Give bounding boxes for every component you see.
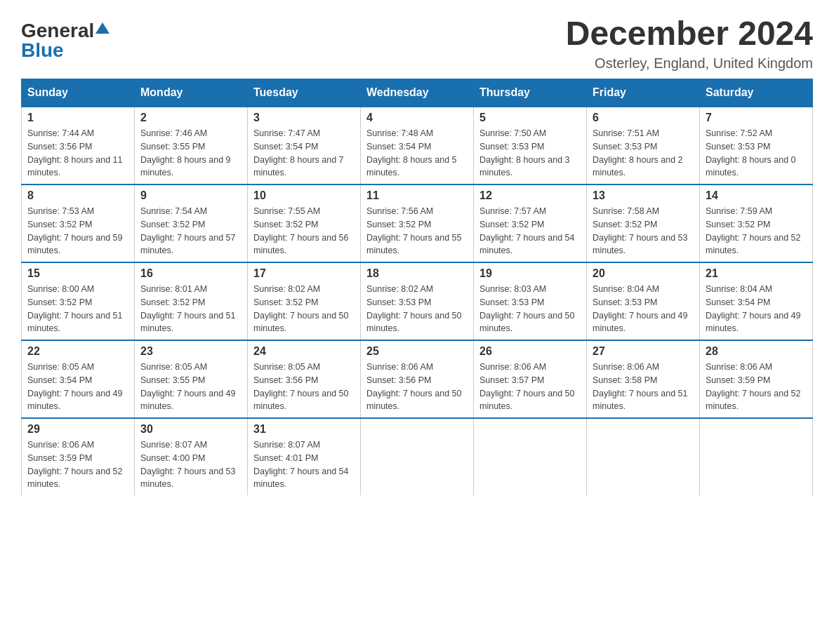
day-number-23: 23 <box>140 345 241 358</box>
calendar-day-4: 4 Sunrise: 7:48 AMSunset: 3:54 PMDayligh… <box>361 107 474 185</box>
day-number-22: 22 <box>27 345 128 358</box>
day-number-20: 20 <box>593 267 694 280</box>
calendar-day-16: 16 Sunrise: 8:01 AMSunset: 3:52 PMDaylig… <box>135 262 248 340</box>
day-number-15: 15 <box>27 267 128 280</box>
calendar-day-26: 26 Sunrise: 8:06 AMSunset: 3:57 PMDaylig… <box>474 340 587 418</box>
calendar-day-28: 28 Sunrise: 8:06 AMSunset: 3:59 PMDaylig… <box>700 340 813 418</box>
day-info-12: Sunrise: 7:57 AMSunset: 3:52 PMDaylight:… <box>479 206 575 255</box>
calendar-day-19: 19 Sunrise: 8:03 AMSunset: 3:53 PMDaylig… <box>474 262 587 340</box>
day-number-27: 27 <box>593 345 694 358</box>
calendar-empty-cell <box>700 418 813 495</box>
calendar-day-17: 17 Sunrise: 8:02 AMSunset: 3:52 PMDaylig… <box>248 262 361 340</box>
day-info-29: Sunrise: 8:06 AMSunset: 3:59 PMDaylight:… <box>27 440 123 489</box>
calendar-day-12: 12 Sunrise: 7:57 AMSunset: 3:52 PMDaylig… <box>474 185 587 262</box>
day-info-13: Sunrise: 7:58 AMSunset: 3:52 PMDaylight:… <box>593 206 688 255</box>
weekday-header-thursday: Thursday <box>474 79 587 107</box>
calendar-day-22: 22 Sunrise: 8:05 AMSunset: 3:54 PMDaylig… <box>22 340 135 418</box>
calendar-day-1: 1 Sunrise: 7:44 AMSunset: 3:56 PMDayligh… <box>22 107 135 185</box>
day-info-26: Sunrise: 8:06 AMSunset: 3:57 PMDaylight:… <box>479 362 575 411</box>
calendar-day-10: 10 Sunrise: 7:55 AMSunset: 3:52 PMDaylig… <box>248 185 361 262</box>
day-info-2: Sunrise: 7:46 AMSunset: 3:55 PMDaylight:… <box>140 128 231 177</box>
calendar-week-row-5: 29 Sunrise: 8:06 AMSunset: 3:59 PMDaylig… <box>22 418 813 495</box>
day-info-23: Sunrise: 8:05 AMSunset: 3:55 PMDaylight:… <box>140 362 236 411</box>
day-number-21: 21 <box>706 267 807 280</box>
day-info-15: Sunrise: 8:00 AMSunset: 3:52 PMDaylight:… <box>27 284 123 333</box>
day-number-25: 25 <box>366 345 468 358</box>
day-number-3: 3 <box>253 112 355 124</box>
calendar-day-31: 31 Sunrise: 8:07 AMSunset: 4:01 PMDaylig… <box>248 418 361 495</box>
day-number-11: 11 <box>366 189 468 202</box>
day-number-16: 16 <box>140 267 241 280</box>
day-number-18: 18 <box>366 267 468 280</box>
day-info-14: Sunrise: 7:59 AMSunset: 3:52 PMDaylight:… <box>706 206 801 255</box>
calendar-day-27: 27 Sunrise: 8:06 AMSunset: 3:58 PMDaylig… <box>587 340 700 418</box>
day-number-5: 5 <box>479 112 581 124</box>
day-info-4: Sunrise: 7:48 AMSunset: 3:54 PMDaylight:… <box>366 128 457 177</box>
calendar-day-3: 3 Sunrise: 7:47 AMSunset: 3:54 PMDayligh… <box>248 107 361 185</box>
day-info-19: Sunrise: 8:03 AMSunset: 3:53 PMDaylight:… <box>479 284 575 333</box>
calendar-day-29: 29 Sunrise: 8:06 AMSunset: 3:59 PMDaylig… <box>22 418 135 495</box>
logo-blue-text: Blue <box>21 41 64 60</box>
day-info-16: Sunrise: 8:01 AMSunset: 3:52 PMDaylight:… <box>140 284 236 333</box>
day-number-8: 8 <box>27 189 128 202</box>
calendar-day-7: 7 Sunrise: 7:52 AMSunset: 3:53 PMDayligh… <box>700 107 813 185</box>
weekday-header-saturday: Saturday <box>700 79 813 107</box>
location-subtitle: Osterley, England, United Kingdom <box>566 55 813 72</box>
svg-marker-0 <box>95 22 110 34</box>
day-number-30: 30 <box>140 423 241 436</box>
calendar-day-8: 8 Sunrise: 7:53 AMSunset: 3:52 PMDayligh… <box>22 185 135 262</box>
day-number-7: 7 <box>706 112 807 124</box>
day-info-8: Sunrise: 7:53 AMSunset: 3:52 PMDaylight:… <box>27 206 123 255</box>
day-number-19: 19 <box>479 267 581 280</box>
day-info-3: Sunrise: 7:47 AMSunset: 3:54 PMDaylight:… <box>253 128 344 177</box>
day-number-10: 10 <box>253 189 355 202</box>
day-info-30: Sunrise: 8:07 AMSunset: 4:00 PMDaylight:… <box>140 440 236 489</box>
day-number-9: 9 <box>140 189 241 202</box>
calendar-day-5: 5 Sunrise: 7:50 AMSunset: 3:53 PMDayligh… <box>474 107 587 185</box>
calendar-empty-cell <box>361 418 474 495</box>
day-info-11: Sunrise: 7:56 AMSunset: 3:52 PMDaylight:… <box>366 206 462 255</box>
calendar-day-21: 21 Sunrise: 8:04 AMSunset: 3:54 PMDaylig… <box>700 262 813 340</box>
day-number-1: 1 <box>27 112 128 124</box>
title-section: December 2024 Osterley, England, United … <box>566 14 813 72</box>
day-number-12: 12 <box>479 189 581 202</box>
weekday-header-friday: Friday <box>587 79 700 107</box>
day-number-26: 26 <box>479 345 581 358</box>
calendar-week-row-2: 8 Sunrise: 7:53 AMSunset: 3:52 PMDayligh… <box>22 185 813 262</box>
day-info-5: Sunrise: 7:50 AMSunset: 3:53 PMDaylight:… <box>479 128 570 177</box>
calendar-week-row-1: 1 Sunrise: 7:44 AMSunset: 3:56 PMDayligh… <box>22 107 813 185</box>
day-number-28: 28 <box>706 345 807 358</box>
day-number-24: 24 <box>253 345 355 358</box>
day-info-9: Sunrise: 7:54 AMSunset: 3:52 PMDaylight:… <box>140 206 236 255</box>
weekday-header-tuesday: Tuesday <box>248 79 361 107</box>
calendar-empty-cell <box>587 418 700 495</box>
calendar-day-11: 11 Sunrise: 7:56 AMSunset: 3:52 PMDaylig… <box>361 185 474 262</box>
month-year-title: December 2024 <box>566 14 813 53</box>
calendar-day-25: 25 Sunrise: 8:06 AMSunset: 3:56 PMDaylig… <box>361 340 474 418</box>
day-info-1: Sunrise: 7:44 AMSunset: 3:56 PMDaylight:… <box>27 128 123 177</box>
weekday-header-wednesday: Wednesday <box>361 79 474 107</box>
day-info-18: Sunrise: 8:02 AMSunset: 3:53 PMDaylight:… <box>366 284 462 333</box>
day-number-29: 29 <box>27 423 128 436</box>
calendar-day-20: 20 Sunrise: 8:04 AMSunset: 3:53 PMDaylig… <box>587 262 700 340</box>
day-number-4: 4 <box>366 112 468 124</box>
day-number-2: 2 <box>140 112 241 124</box>
page-header: General Blue December 2024 Osterley, Eng… <box>21 14 813 72</box>
day-info-27: Sunrise: 8:06 AMSunset: 3:58 PMDaylight:… <box>593 362 688 411</box>
day-info-24: Sunrise: 8:05 AMSunset: 3:56 PMDaylight:… <box>253 362 349 411</box>
calendar-day-24: 24 Sunrise: 8:05 AMSunset: 3:56 PMDaylig… <box>248 340 361 418</box>
day-info-7: Sunrise: 7:52 AMSunset: 3:53 PMDaylight:… <box>706 128 796 177</box>
logo: General Blue <box>21 21 110 60</box>
calendar-day-6: 6 Sunrise: 7:51 AMSunset: 3:53 PMDayligh… <box>587 107 700 185</box>
calendar-day-14: 14 Sunrise: 7:59 AMSunset: 3:52 PMDaylig… <box>700 185 813 262</box>
day-info-28: Sunrise: 8:06 AMSunset: 3:59 PMDaylight:… <box>706 362 801 411</box>
weekday-header-monday: Monday <box>135 79 248 107</box>
calendar-day-23: 23 Sunrise: 8:05 AMSunset: 3:55 PMDaylig… <box>135 340 248 418</box>
weekday-header-row: SundayMondayTuesdayWednesdayThursdayFrid… <box>22 79 813 107</box>
calendar-day-9: 9 Sunrise: 7:54 AMSunset: 3:52 PMDayligh… <box>135 185 248 262</box>
weekday-header-sunday: Sunday <box>22 79 135 107</box>
day-number-14: 14 <box>706 189 807 202</box>
day-info-6: Sunrise: 7:51 AMSunset: 3:53 PMDaylight:… <box>593 128 683 177</box>
day-info-10: Sunrise: 7:55 AMSunset: 3:52 PMDaylight:… <box>253 206 349 255</box>
calendar-empty-cell <box>474 418 587 495</box>
